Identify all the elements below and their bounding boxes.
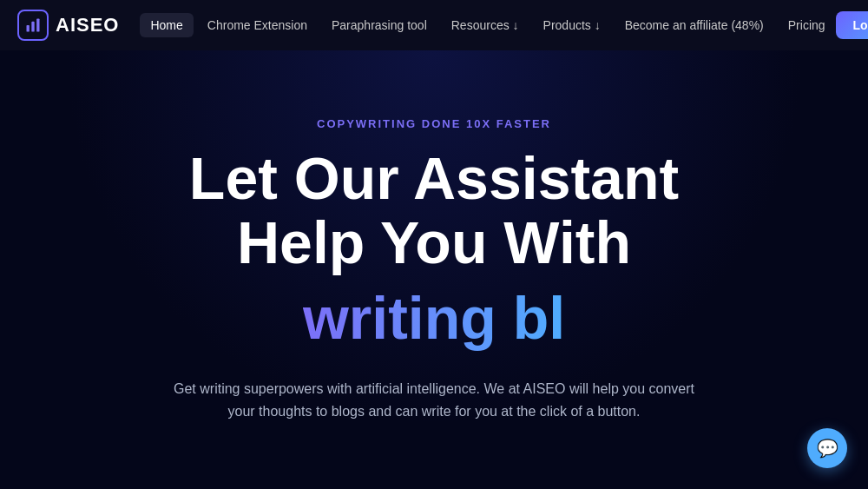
nav-item-chrome[interactable]: Chrome Extension bbox=[197, 13, 318, 37]
nav-right: Login ⚙ bbox=[836, 11, 868, 39]
hero-subtitle: COPYWRITING DONE 10X FASTER bbox=[317, 117, 551, 130]
nav-item-affiliate[interactable]: Become an affiliate (48%) bbox=[615, 13, 774, 37]
hero-title-line2: Help You With bbox=[237, 209, 631, 275]
login-button[interactable]: Login bbox=[836, 11, 868, 39]
logo-area[interactable]: AISEO bbox=[17, 10, 119, 41]
hero-animated-text: writing bl bbox=[303, 284, 565, 352]
logo-icon bbox=[17, 10, 49, 41]
hero-title-line1: Let Our Assistant bbox=[189, 145, 679, 211]
nav-item-resources[interactable]: Resources ↓ bbox=[441, 13, 529, 37]
chat-bubble-button[interactable]: 💬 bbox=[807, 428, 847, 468]
nav-item-paraphrasing[interactable]: Paraphrasing tool bbox=[321, 13, 437, 37]
svg-rect-0 bbox=[27, 25, 30, 32]
hero-description: Get writing superpowers with artificial … bbox=[174, 378, 694, 422]
svg-rect-1 bbox=[31, 22, 34, 32]
nav-item-pricing[interactable]: Pricing bbox=[778, 13, 836, 37]
navbar: AISEO Home Chrome Extension Paraphrasing… bbox=[0, 0, 868, 50]
brand-name: AISEO bbox=[56, 14, 119, 36]
nav-links: Home Chrome Extension Paraphrasing tool … bbox=[140, 13, 835, 37]
chat-icon: 💬 bbox=[817, 438, 838, 459]
nav-item-home[interactable]: Home bbox=[140, 13, 193, 37]
svg-rect-2 bbox=[36, 19, 39, 32]
nav-item-products[interactable]: Products ↓ bbox=[533, 13, 611, 37]
hero-section: COPYWRITING DONE 10X FASTER Let Our Assi… bbox=[0, 50, 868, 489]
hero-title: Let Our Assistant Help You With bbox=[189, 146, 679, 276]
